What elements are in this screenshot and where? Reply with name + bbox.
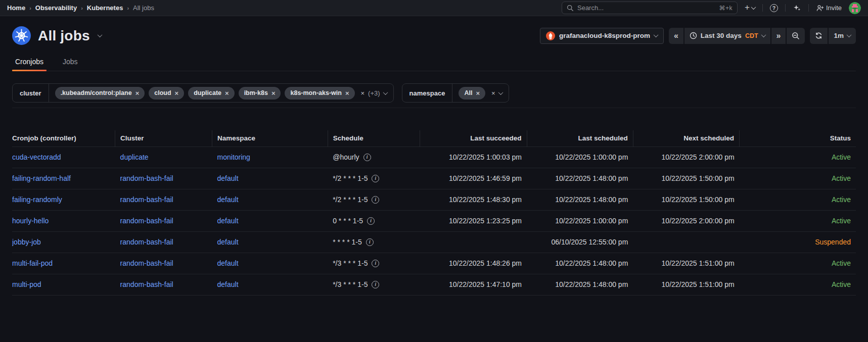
cronjob-link[interactable]: failing-randomly	[12, 196, 62, 204]
last-scheduled-value: 10/22/2025 1:48:00 pm	[527, 253, 633, 274]
chip-label: duplicate	[194, 89, 221, 96]
schedule-value: @hourly	[333, 153, 359, 161]
title-chevron-down-icon[interactable]	[97, 32, 102, 37]
next-scheduled-value: 10/22/2025 1:50:00 pm	[633, 168, 739, 189]
cronjob-link[interactable]: failing-random-half	[12, 174, 71, 182]
breadcrumb-all-jobs[interactable]: All jobs	[133, 4, 154, 12]
status-badge: Suspended	[740, 231, 856, 253]
breadcrumb-observability[interactable]: Observability	[35, 4, 77, 12]
namespace-link[interactable]: default	[217, 280, 239, 288]
remove-chip-icon[interactable]: ×	[476, 90, 480, 96]
help-button[interactable]: ?	[768, 3, 780, 14]
status-badge: Active	[740, 146, 856, 168]
prometheus-icon	[546, 31, 555, 40]
refresh-button[interactable]	[810, 28, 828, 44]
zoom-out-button[interactable]	[787, 28, 805, 44]
plus-icon: +	[745, 3, 750, 12]
cluster-link[interactable]: random-bash-fail	[120, 238, 173, 246]
status-badge: Active	[740, 168, 856, 189]
cluster-chip[interactable]: k8s-mon-aks-win×	[285, 87, 354, 100]
namespace-chip[interactable]: All×	[459, 87, 485, 100]
status-badge: Active	[740, 253, 856, 274]
last-scheduled-value: 06/10/2025 12:55:00 pm	[527, 231, 633, 253]
cluster-link[interactable]: random-bash-fail	[120, 174, 173, 182]
cluster-filter-label: cluster	[13, 84, 49, 102]
cluster-link[interactable]: random-bash-fail	[120, 280, 173, 288]
column-header-schedule: Schedule	[328, 130, 420, 146]
cronjob-link[interactable]: jobby-job	[12, 238, 41, 246]
namespace-link[interactable]: default	[217, 238, 239, 246]
cluster-link[interactable]: random-bash-fail	[120, 259, 173, 267]
cronjob-link[interactable]: multi-fail-pod	[12, 259, 53, 267]
cluster-chip[interactable]: duplicate×	[188, 87, 234, 100]
user-avatar[interactable]	[849, 2, 861, 14]
info-icon[interactable]: i	[363, 154, 371, 161]
info-icon[interactable]: i	[372, 281, 379, 288]
schedule-value: * * * * 1-5	[333, 238, 362, 246]
info-icon[interactable]: i	[367, 217, 375, 225]
info-icon[interactable]: i	[372, 175, 379, 182]
cluster-link[interactable]: random-bash-fail	[120, 217, 173, 225]
remove-chip-icon[interactable]: ×	[135, 90, 140, 96]
ai-assistant-button[interactable]	[791, 2, 803, 14]
namespace-link[interactable]: default	[217, 259, 239, 267]
remove-chip-icon[interactable]: ×	[175, 90, 179, 96]
next-scheduled-value: 10/22/2025 2:00:00 pm	[633, 210, 739, 231]
clear-cluster-filter-icon[interactable]: ×	[361, 90, 365, 96]
breadcrumb-home[interactable]: Home	[7, 4, 25, 12]
refresh-interval-label: 1m	[834, 32, 844, 39]
remove-chip-icon[interactable]: ×	[345, 90, 349, 96]
double-chevron-left-icon: «	[674, 31, 678, 40]
chevron-down-icon[interactable]	[383, 90, 388, 95]
next-scheduled-value: 10/22/2025 1:51:00 pm	[633, 253, 739, 274]
time-shift-back-button[interactable]: «	[669, 28, 683, 44]
search-input[interactable]: Search... ⌘+k	[562, 2, 738, 14]
table-row: hourly-hello random-bash-fail default 0 …	[12, 210, 856, 231]
cluster-chip[interactable]: cloud×	[149, 87, 184, 100]
chip-label: All	[464, 89, 472, 96]
remove-chip-icon[interactable]: ×	[225, 90, 229, 96]
tab-jobs[interactable]: Jobs	[60, 53, 81, 71]
info-icon[interactable]: i	[372, 196, 379, 204]
namespace-link[interactable]: default	[217, 174, 239, 182]
time-shift-forward-button[interactable]: »	[771, 28, 786, 44]
cluster-link[interactable]: random-bash-fail	[120, 196, 173, 204]
last-succeeded-value: 10/22/2025 1:47:10 pm	[420, 274, 527, 295]
column-header-next-scheduled: Next scheduled	[633, 130, 739, 146]
invite-button[interactable]: Invite	[814, 3, 844, 14]
info-icon[interactable]: i	[372, 260, 379, 267]
last-scheduled-value: 10/22/2025 1:48:00 pm	[527, 189, 633, 210]
breadcrumb-kubernetes[interactable]: Kubernetes	[87, 4, 123, 12]
cronjob-link[interactable]: multi-pod	[12, 280, 41, 288]
add-button[interactable]: +	[743, 3, 757, 13]
question-icon: ?	[770, 4, 778, 12]
cronjob-link[interactable]: hourly-hello	[12, 217, 49, 225]
last-succeeded-value: 10/22/2025 1:23:25 pm	[420, 210, 527, 231]
namespace-link[interactable]: default	[217, 196, 239, 204]
chevron-down-icon	[761, 32, 766, 37]
clear-namespace-filter-icon[interactable]: ×	[491, 90, 495, 96]
cluster-more-count[interactable]: (+3)	[368, 89, 380, 97]
cluster-link[interactable]: duplicate	[120, 153, 149, 161]
last-scheduled-value: 10/22/2025 1:00:00 pm	[527, 210, 633, 231]
tab-cronjobs[interactable]: Cronjobs	[12, 53, 47, 71]
cluster-chip[interactable]: .kubeadm/control:plane×	[55, 87, 145, 100]
schedule-value: */3 * * * 1-5	[333, 280, 368, 288]
refresh-interval-picker[interactable]: 1m	[829, 28, 856, 44]
status-badge: Active	[740, 189, 856, 210]
remove-chip-icon[interactable]: ×	[271, 90, 276, 96]
search-placeholder: Search...	[577, 4, 715, 12]
chevron-down-icon	[847, 32, 852, 37]
time-range-picker[interactable]: Last 30 days CDT	[684, 28, 770, 44]
namespace-link[interactable]: default	[217, 217, 239, 225]
info-icon[interactable]: i	[366, 238, 374, 246]
chevron-down-icon[interactable]	[498, 90, 503, 95]
table-row: multi-fail-pod random-bash-fail default …	[12, 253, 856, 274]
cronjob-link[interactable]: cuda-vectoradd	[12, 153, 61, 161]
last-scheduled-value: 10/22/2025 1:00:00 pm	[527, 146, 633, 168]
double-chevron-right-icon: »	[776, 31, 781, 40]
datasource-picker[interactable]: grafanacloud-k8sprod-prom	[540, 28, 664, 44]
cluster-chip[interactable]: ibm-k8s×	[239, 87, 281, 100]
table-row: cuda-vectoradd duplicate monitoring @hou…	[12, 146, 856, 168]
namespace-link[interactable]: monitoring	[217, 153, 250, 161]
